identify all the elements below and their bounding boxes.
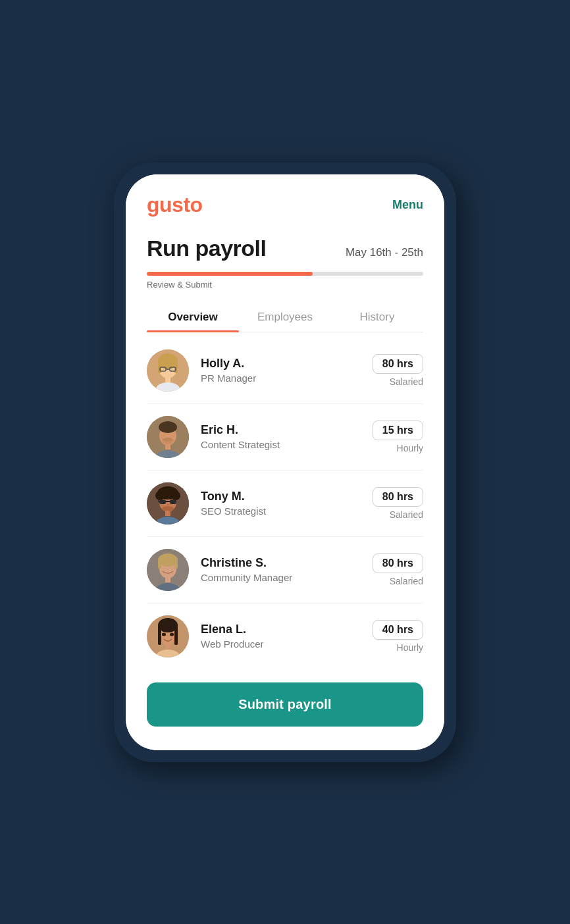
svg-rect-24	[170, 500, 176, 504]
pay-type: Salaried	[390, 376, 423, 387]
employee-info: Tony M. SEO Strategist	[201, 490, 373, 517]
app-screen: gusto Menu Run payroll May 16th - 25th R…	[126, 174, 444, 750]
svg-rect-45	[165, 644, 170, 649]
employee-role: Content Strategist	[201, 439, 373, 450]
employee-name: Eric H.	[201, 423, 373, 437]
avatar	[147, 615, 189, 657]
svg-rect-40	[158, 625, 161, 645]
app-header: gusto Menu	[126, 174, 444, 229]
svg-point-27	[162, 506, 174, 511]
page-content: Run payroll May 16th - 25th Review & Sub…	[126, 229, 444, 669]
avatar	[147, 549, 189, 591]
employee-row[interactable]: Eric H. Content Strategist 15 hrs Hourly	[147, 404, 423, 471]
employee-info: Christine S. Community Manager	[201, 556, 373, 583]
employee-info: Elena L. Web Producer	[201, 623, 373, 650]
employee-info: Holly A. PR Manager	[201, 357, 373, 384]
progress-section: Review & Submit	[147, 272, 423, 290]
svg-rect-23	[159, 500, 166, 504]
employee-row[interactable]: Christine S. Community Manager 80 hrs Sa…	[147, 537, 423, 603]
employee-role: Community Manager	[201, 572, 373, 583]
pay-type: Hourly	[397, 443, 423, 453]
progress-track	[147, 272, 423, 276]
tab-bar: Overview Employees History	[147, 301, 423, 332]
svg-point-43	[170, 632, 174, 636]
date-range: May 16th - 25th	[346, 246, 423, 259]
employee-name: Elena L.	[201, 623, 373, 636]
svg-point-22	[163, 486, 173, 497]
avatar	[147, 482, 189, 525]
svg-rect-34	[174, 561, 178, 569]
employee-name: Christine S.	[201, 556, 373, 570]
submit-payroll-button[interactable]: Submit payroll	[147, 682, 423, 727]
svg-point-12	[159, 421, 177, 433]
pay-type: Hourly	[397, 642, 423, 653]
pay-type: Salaried	[390, 509, 423, 520]
svg-rect-29	[165, 511, 170, 516]
svg-point-42	[162, 632, 166, 636]
progress-label: Review & Submit	[147, 280, 423, 290]
gusto-logo: gusto	[147, 193, 203, 217]
title-row: Run payroll May 16th - 25th	[147, 236, 423, 261]
page-title: Run payroll	[147, 236, 267, 261]
hours-badge[interactable]: 15 hrs	[373, 421, 423, 440]
employee-hours-section: 40 hrs Hourly	[373, 620, 423, 653]
hours-badge[interactable]: 80 hrs	[373, 354, 423, 374]
hours-badge[interactable]: 40 hrs	[373, 620, 423, 640]
employee-role: SEO Strategist	[201, 505, 373, 517]
svg-rect-33	[158, 561, 161, 569]
tab-overview[interactable]: Overview	[147, 301, 239, 332]
svg-rect-16	[165, 444, 170, 449]
employee-row[interactable]: Holly A. PR Manager 80 hrs Salaried	[147, 338, 423, 404]
svg-rect-41	[174, 625, 178, 645]
tab-employees[interactable]: Employees	[239, 301, 331, 332]
employee-row[interactable]: Elena L. Web Producer 40 hrs Hourly	[147, 603, 423, 669]
employee-hours-section: 80 hrs Salaried	[373, 354, 423, 387]
employee-row[interactable]: Tony M. SEO Strategist 80 hrs Salaried	[147, 471, 423, 537]
hours-badge[interactable]: 80 hrs	[373, 487, 423, 507]
phone-screen: gusto Menu Run payroll May 16th - 25th R…	[126, 174, 444, 750]
tab-history[interactable]: History	[331, 301, 423, 332]
employee-hours-section: 80 hrs Salaried	[373, 487, 423, 520]
phone-device: gusto Menu Run payroll May 16th - 25th R…	[114, 163, 456, 762]
employee-hours-section: 80 hrs Salaried	[373, 553, 423, 586]
progress-fill	[147, 272, 313, 276]
employee-photo	[147, 482, 189, 525]
avatar	[147, 416, 189, 458]
employee-photo	[147, 349, 189, 392]
svg-line-26	[158, 501, 159, 501]
employee-info: Eric H. Content Strategist	[201, 423, 373, 450]
employee-photo	[147, 615, 189, 657]
employee-role: PR Manager	[201, 372, 373, 384]
submit-section: Submit payroll	[126, 669, 444, 750]
svg-rect-36	[165, 577, 170, 582]
menu-button[interactable]: Menu	[392, 198, 423, 212]
hours-badge[interactable]: 80 hrs	[373, 553, 423, 573]
employee-photo	[147, 549, 189, 591]
employee-role: Web Producer	[201, 638, 373, 650]
avatar	[147, 349, 189, 392]
pay-type: Salaried	[390, 576, 423, 586]
employee-list: Holly A. PR Manager 80 hrs Salaried	[147, 338, 423, 669]
employee-name: Holly A.	[201, 357, 373, 371]
employee-photo	[147, 416, 189, 458]
svg-point-14	[163, 438, 173, 442]
employee-name: Tony M.	[201, 490, 373, 503]
svg-rect-9	[165, 377, 170, 382]
employee-hours-section: 15 hrs Hourly	[373, 421, 423, 453]
